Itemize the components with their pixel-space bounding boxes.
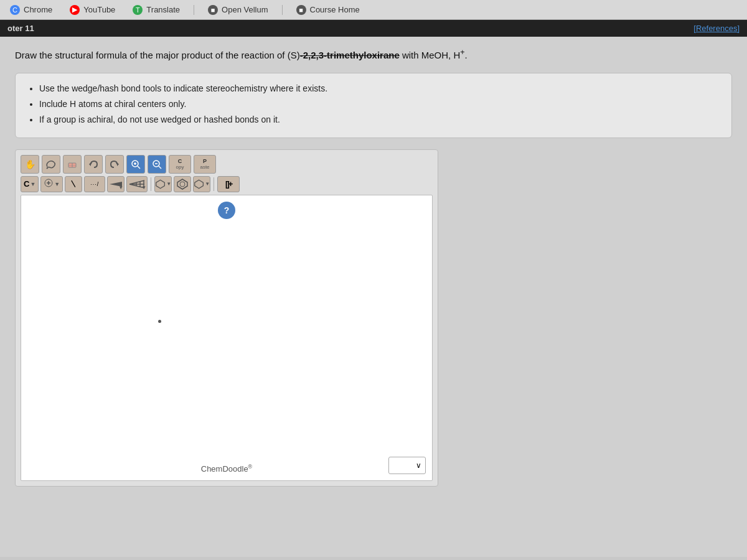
svg-marker-24 [177,179,187,189]
tab-youtube[interactable]: ▶ YouTube [65,2,120,17]
tab-coursehome-label: Course Home [310,5,360,14]
coursehome-icon: ■ [296,5,306,15]
charge-dropdown-arrow: ▼ [54,181,60,187]
zoom-in-icon [131,159,141,169]
question-suffix: with MeOH, H+. [400,50,467,60]
svg-line-6 [138,166,140,169]
zoom-out-icon [152,159,162,169]
tab-coursehome[interactable]: ■ Course Home [291,2,365,17]
lasso-tool-btn[interactable] [42,155,60,174]
ring-square-dropdown-arrow: ▼ [205,181,210,187]
wedge-dropdown-arrow: ▼ [118,185,123,190]
help-button[interactable]: ? [218,202,235,219]
toolbar-row1: ✋ [21,155,433,174]
tab-translate[interactable]: T Translate [128,2,185,17]
question-text: Draw the structural formula of the major… [15,47,732,63]
bracket-icon: []+ [225,179,232,189]
ring-aromatic-icon [176,178,189,190]
tab-translate-label: Translate [146,5,180,14]
svg-line-16 [129,180,144,184]
toolbar-sep-2 [214,177,214,191]
eraser-tool-btn[interactable] [63,155,82,174]
bond-dotted-btn[interactable]: ···/ [84,176,105,192]
paste-btn[interactable]: P aste [194,155,216,174]
ring-circle-icon [155,178,166,190]
bottom-dropdown[interactable]: ∨ [388,457,426,474]
tab-chrome-label: Chrome [24,5,52,14]
drawing-area: ✋ [15,149,438,487]
lasso-icon [45,159,57,170]
bond-dotted-icon: ···/ [90,181,99,187]
undo-btn[interactable] [84,155,103,174]
eraser-icon [67,159,78,170]
tab-openvellum-label: Open Vellum [222,5,268,14]
hash-dropdown-arrow: ▼ [141,185,146,190]
zoom-in-btn[interactable] [126,155,145,174]
canvas-area[interactable]: ? ChemDoodle® ∨ [21,195,433,481]
ring-dropdown-arrow: ▼ [166,181,171,187]
toolbar-sep-1 [151,177,151,191]
references-link[interactable]: [References] [693,24,740,33]
youtube-icon: ▶ [70,5,80,15]
instruction-3: If a group is achiral, do not use wedged… [39,113,720,126]
charge-plus-icon [44,178,54,188]
instruction-2: Include H atoms at chiral centers only. [39,98,720,111]
instructions-list: Use the wedge/hash bond tools to indicat… [27,82,720,126]
atom-label: C [24,179,29,189]
atom-dropdown-arrow: ▼ [30,181,35,187]
instructions-box: Use the wedge/hash bond tools to indicat… [15,73,732,138]
bracket-btn[interactable]: []+ [217,176,240,192]
chrome-icon: C [10,5,20,15]
svg-marker-3 [89,162,91,166]
dropdown-arrow: ∨ [416,461,421,470]
tab-bar: C Chrome ▶ YouTube T Translate ■ Open Ve… [0,0,747,20]
charge-selector[interactable]: ▼ [40,176,63,192]
tab-openvellum[interactable]: ■ Open Vellum [203,2,273,17]
instruction-1: Use the wedge/hash bond tools to indicat… [39,82,720,95]
main-content: Draw the structural formula of the major… [0,37,747,557]
chapter-header: oter 11 [References] [0,20,747,37]
ring-aromatic-btn[interactable] [174,176,191,192]
question-prefix: Draw the structural formula of the major… [15,50,300,60]
openvellum-icon: ■ [208,5,218,15]
charge-icon [44,178,54,190]
bond-single-icon: / [68,179,78,189]
hand-tool-btn[interactable]: ✋ [21,155,39,174]
redo-icon [110,159,120,169]
toolbar-row2: C ▼ ▼ / ···/ [21,176,433,192]
ring-square-icon [194,178,204,190]
svg-line-10 [159,166,161,169]
zoom-out-btn[interactable] [148,155,166,174]
tab-youtube-label: YouTube [83,5,115,14]
bond-wedge-solid-btn[interactable]: ▼ [107,176,125,192]
canvas-dot [158,320,161,323]
svg-marker-26 [195,180,204,189]
svg-marker-23 [156,180,165,189]
tab-divider-1 [194,5,194,15]
translate-icon: T [133,5,143,15]
svg-marker-4 [117,162,119,166]
ring-circle-btn[interactable]: ▼ [154,176,172,192]
chapter-label: oter 11 [7,24,34,33]
bond-wedge-hash-btn[interactable]: ▼ [126,176,148,192]
copy-btn[interactable]: C opy [169,155,191,174]
tab-divider-2 [282,5,283,15]
question-compound: -2,2,3-trimethyloxirane [300,50,400,60]
chemdoodle-label: ChemDoodle® [201,464,253,474]
bond-single-btn[interactable]: / [65,176,82,192]
tab-chrome[interactable]: C Chrome [5,2,57,17]
undo-icon [88,159,98,169]
redo-btn[interactable] [105,155,124,174]
svg-point-25 [180,182,185,187]
atom-selector[interactable]: C ▼ [21,176,39,192]
ring-square-btn[interactable]: ▼ [193,176,210,192]
